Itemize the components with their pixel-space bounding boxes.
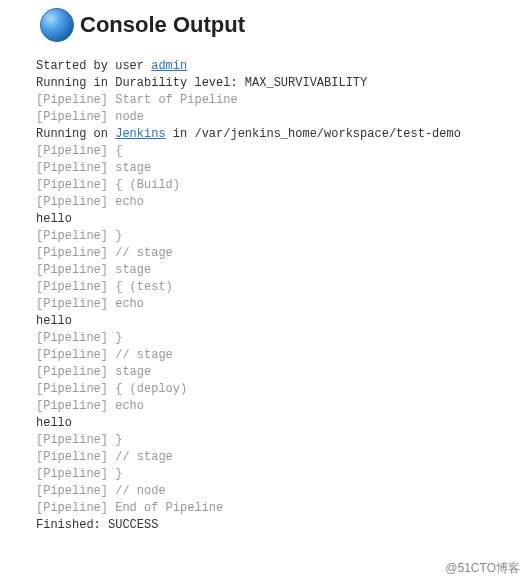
log-line-finished: Finished: SUCCESS: [36, 518, 158, 532]
log-line-started-prefix: Started by user: [36, 59, 151, 73]
log-line-pipeline-node-end: [Pipeline] // node: [36, 484, 166, 498]
log-line-pipeline-stage: [Pipeline] stage: [36, 263, 151, 277]
log-line-pipeline-node: [Pipeline] node: [36, 110, 144, 124]
user-link[interactable]: admin: [151, 59, 187, 73]
log-line-pipeline-close: [Pipeline] }: [36, 467, 122, 481]
jenkins-link[interactable]: Jenkins: [115, 127, 165, 141]
log-line-pipeline-deploy-open: [Pipeline] { (deploy): [36, 382, 187, 396]
log-line-pipeline-echo: [Pipeline] echo: [36, 195, 144, 209]
page-header: Console Output: [0, 0, 530, 50]
log-line-pipeline-build-open: [Pipeline] { (Build): [36, 178, 180, 192]
log-line-pipeline-close: [Pipeline] }: [36, 229, 122, 243]
log-line-pipeline-close: [Pipeline] }: [36, 433, 122, 447]
log-line-pipeline-stage-end: [Pipeline] // stage: [36, 348, 173, 362]
log-line-pipeline-test-open: [Pipeline] { (test): [36, 280, 173, 294]
blue-ball-icon: [40, 8, 74, 42]
log-line-pipeline-close: [Pipeline] }: [36, 331, 122, 345]
log-line-pipeline-echo: [Pipeline] echo: [36, 399, 144, 413]
log-line-pipeline-start: [Pipeline] Start of Pipeline: [36, 93, 238, 107]
log-line-echo-output: hello: [36, 212, 72, 226]
console-output: Started by user admin Running in Durabil…: [36, 58, 530, 534]
log-line-pipeline-echo: [Pipeline] echo: [36, 297, 144, 311]
log-line-echo-output: hello: [36, 314, 72, 328]
log-line-echo-output: hello: [36, 416, 72, 430]
log-line-pipeline-stage: [Pipeline] stage: [36, 365, 151, 379]
log-line-pipeline-stage-end: [Pipeline] // stage: [36, 450, 173, 464]
log-line-running-prefix: Running on: [36, 127, 115, 141]
log-line-pipeline-open: [Pipeline] {: [36, 144, 122, 158]
log-line-pipeline-end: [Pipeline] End of Pipeline: [36, 501, 223, 515]
page-title: Console Output: [80, 12, 245, 38]
log-line-pipeline-stage: [Pipeline] stage: [36, 161, 151, 175]
log-line-durability: Running in Durability level: MAX_SURVIVA…: [36, 76, 367, 90]
log-line-pipeline-stage-end: [Pipeline] // stage: [36, 246, 173, 260]
log-line-running-suffix: in /var/jenkins_home/workspace/test-demo: [166, 127, 461, 141]
